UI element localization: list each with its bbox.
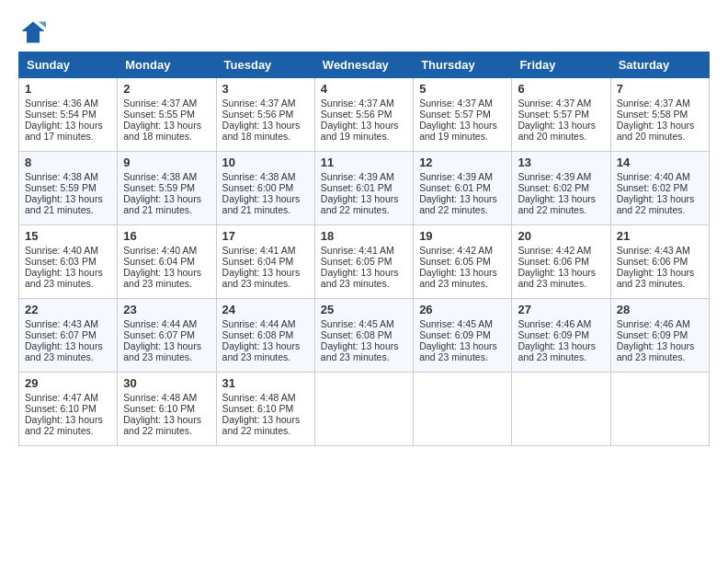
calendar-cell: 25Sunrise: 4:45 AMSunset: 6:08 PMDayligh… [314, 299, 413, 373]
day-info: Sunset: 5:57 PM [518, 109, 604, 120]
calendar-cell: 15Sunrise: 4:40 AMSunset: 6:03 PMDayligh… [19, 225, 118, 299]
calendar-cell: 4Sunrise: 4:37 AMSunset: 5:56 PMDaylight… [314, 78, 413, 152]
day-info: Sunset: 6:10 PM [222, 403, 309, 414]
day-info: Daylight: 13 hours [518, 267, 604, 278]
day-info: Sunset: 6:09 PM [617, 329, 703, 340]
calendar-cell [512, 373, 610, 446]
day-info: Sunset: 6:00 PM [222, 182, 309, 193]
day-info: Daylight: 13 hours [419, 193, 506, 204]
calendar-cell: 29Sunrise: 4:47 AMSunset: 6:10 PMDayligh… [19, 373, 118, 446]
day-info: Sunset: 6:09 PM [419, 329, 506, 340]
day-number: 21 [617, 229, 703, 243]
calendar-cell: 28Sunrise: 4:46 AMSunset: 6:09 PMDayligh… [610, 299, 709, 373]
day-info: Sunset: 6:07 PM [25, 329, 111, 340]
day-info: and 21 minutes. [123, 204, 210, 215]
day-info: Daylight: 13 hours [518, 340, 604, 351]
day-info: and 18 minutes. [222, 131, 309, 142]
day-info: Sunset: 5:56 PM [222, 109, 309, 120]
weekday-header: Monday [118, 52, 216, 78]
day-info: and 23 minutes. [321, 351, 407, 362]
day-number: 27 [518, 303, 604, 316]
day-number: 24 [222, 303, 309, 316]
calendar-cell: 30Sunrise: 4:48 AMSunset: 6:10 PMDayligh… [118, 373, 216, 446]
day-number: 13 [518, 155, 604, 169]
day-info: Sunrise: 4:48 AM [123, 392, 210, 403]
day-number: 1 [25, 82, 111, 96]
day-number: 20 [518, 229, 604, 243]
day-info: Daylight: 13 hours [617, 120, 703, 131]
day-info: Sunrise: 4:39 AM [419, 171, 506, 182]
day-info: Daylight: 13 hours [123, 267, 210, 278]
day-number: 30 [123, 376, 210, 390]
day-info: Sunrise: 4:48 AM [222, 392, 309, 403]
day-number: 14 [617, 155, 703, 169]
day-number: 28 [617, 303, 703, 316]
day-info: and 22 minutes. [222, 425, 309, 436]
day-info: Sunrise: 4:38 AM [222, 171, 309, 182]
calendar-cell: 19Sunrise: 4:42 AMSunset: 6:05 PMDayligh… [414, 225, 512, 299]
day-info: Sunrise: 4:37 AM [123, 98, 210, 109]
day-info: Sunset: 6:05 PM [321, 256, 407, 267]
day-info: Daylight: 13 hours [518, 193, 604, 204]
day-info: and 23 minutes. [617, 351, 703, 362]
day-number: 11 [321, 155, 407, 169]
day-info: Daylight: 13 hours [25, 414, 111, 425]
day-number: 15 [25, 229, 111, 243]
day-number: 17 [222, 229, 309, 243]
day-number: 5 [419, 82, 506, 96]
day-info: Sunset: 6:02 PM [518, 182, 604, 193]
day-info: Sunrise: 4:40 AM [617, 171, 703, 182]
day-info: Sunrise: 4:40 AM [123, 245, 210, 256]
weekday-header: Sunday [19, 52, 118, 78]
day-number: 9 [123, 155, 210, 169]
calendar-cell [314, 373, 413, 446]
day-info: Daylight: 13 hours [222, 414, 309, 425]
day-info: and 22 minutes. [123, 425, 210, 436]
day-info: Sunrise: 4:40 AM [25, 245, 111, 256]
calendar-cell: 24Sunrise: 4:44 AMSunset: 6:08 PMDayligh… [216, 299, 314, 373]
day-info: Sunset: 6:04 PM [222, 256, 309, 267]
day-info: Sunrise: 4:37 AM [518, 98, 604, 109]
day-info: Sunrise: 4:37 AM [617, 98, 703, 109]
day-info: Sunset: 5:55 PM [123, 109, 210, 120]
day-info: and 20 minutes. [617, 131, 703, 142]
day-info: and 23 minutes. [518, 351, 604, 362]
day-info: Daylight: 13 hours [419, 120, 506, 131]
calendar-week-row: 15Sunrise: 4:40 AMSunset: 6:03 PMDayligh… [19, 225, 710, 299]
calendar-cell: 7Sunrise: 4:37 AMSunset: 5:58 PMDaylight… [610, 78, 709, 152]
calendar-cell: 27Sunrise: 4:46 AMSunset: 6:09 PMDayligh… [512, 299, 610, 373]
day-info: Daylight: 13 hours [321, 267, 407, 278]
day-info: Sunset: 5:54 PM [25, 109, 111, 120]
calendar-cell: 6Sunrise: 4:37 AMSunset: 5:57 PMDaylight… [512, 78, 610, 152]
day-info: Sunset: 6:10 PM [25, 403, 111, 414]
day-info: Daylight: 13 hours [419, 267, 506, 278]
day-info: Daylight: 13 hours [419, 340, 506, 351]
calendar-cell: 22Sunrise: 4:43 AMSunset: 6:07 PMDayligh… [19, 299, 118, 373]
day-info: Daylight: 13 hours [222, 267, 309, 278]
day-number: 2 [123, 82, 210, 96]
day-info: and 22 minutes. [617, 204, 703, 215]
day-info: Daylight: 13 hours [25, 193, 111, 204]
calendar-cell: 5Sunrise: 4:37 AMSunset: 5:57 PMDaylight… [414, 78, 512, 152]
calendar-cell: 1Sunrise: 4:36 AMSunset: 5:54 PMDaylight… [19, 78, 118, 152]
day-info: Daylight: 13 hours [222, 340, 309, 351]
day-info: and 22 minutes. [419, 204, 506, 215]
day-info: Sunrise: 4:37 AM [419, 98, 506, 109]
day-info: Sunset: 5:59 PM [25, 182, 111, 193]
day-info: Daylight: 13 hours [123, 414, 210, 425]
day-info: and 23 minutes. [419, 351, 506, 362]
day-number: 29 [25, 376, 111, 390]
day-info: Sunrise: 4:38 AM [123, 171, 210, 182]
day-info: Daylight: 13 hours [321, 193, 407, 204]
day-info: Daylight: 13 hours [518, 120, 604, 131]
day-info: Daylight: 13 hours [123, 193, 210, 204]
weekday-header-row: SundayMondayTuesdayWednesdayThursdayFrid… [19, 52, 710, 78]
calendar-cell: 3Sunrise: 4:37 AMSunset: 5:56 PMDaylight… [216, 78, 314, 152]
day-number: 7 [617, 82, 703, 96]
day-info: Sunset: 6:10 PM [123, 403, 210, 414]
day-info: Sunset: 6:03 PM [25, 256, 111, 267]
calendar-cell: 9Sunrise: 4:38 AMSunset: 5:59 PMDaylight… [118, 152, 216, 225]
day-info: Sunset: 5:57 PM [419, 109, 506, 120]
day-info: and 21 minutes. [25, 204, 111, 215]
day-info: and 23 minutes. [222, 351, 309, 362]
